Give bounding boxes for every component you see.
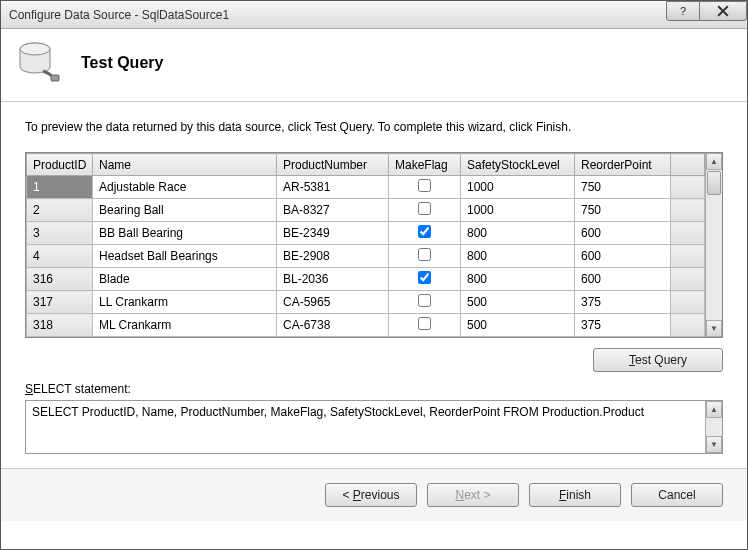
scroll-down-button[interactable]: ▼ xyxy=(706,320,722,337)
cell-reorderpoint[interactable]: 375 xyxy=(575,291,671,314)
makeflag-checkbox[interactable] xyxy=(418,271,431,284)
dialog-window: Configure Data Source - SqlDataSource1 ? xyxy=(0,0,748,550)
cell-filler xyxy=(671,199,705,222)
makeflag-checkbox[interactable] xyxy=(418,225,431,238)
scroll-up-button[interactable]: ▲ xyxy=(706,153,722,170)
cell-makeflag[interactable] xyxy=(389,222,461,245)
makeflag-checkbox[interactable] xyxy=(418,202,431,215)
table-row[interactable]: 316BladeBL-2036800600 xyxy=(27,268,705,291)
cell-name[interactable]: BB Ball Bearing xyxy=(93,222,277,245)
grid-vertical-scrollbar[interactable]: ▲ ▼ xyxy=(705,153,722,337)
cell-makeflag[interactable] xyxy=(389,268,461,291)
cell-safetystocklevel[interactable]: 800 xyxy=(461,222,575,245)
page-heading: Test Query xyxy=(81,54,163,72)
help-icon: ? xyxy=(680,5,686,17)
previous-button[interactable]: < Previous xyxy=(325,483,417,507)
table-row[interactable]: 1Adjustable RaceAR-53811000750 xyxy=(27,176,705,199)
table-row[interactable]: 2Bearing BallBA-83271000750 xyxy=(27,199,705,222)
cell-filler xyxy=(671,291,705,314)
cell-makeflag[interactable] xyxy=(389,176,461,199)
col-header-reorderpoint[interactable]: ReorderPoint xyxy=(575,154,671,176)
cancel-button[interactable]: Cancel xyxy=(631,483,723,507)
cell-productid[interactable]: 316 xyxy=(27,268,93,291)
cell-name[interactable]: Blade xyxy=(93,268,277,291)
select-statement-box: ▲ ▼ xyxy=(25,400,723,454)
cell-productid[interactable]: 2 xyxy=(27,199,93,222)
col-header-name[interactable]: Name xyxy=(93,154,277,176)
table-row[interactable]: 317LL CrankarmCA-5965500375 xyxy=(27,291,705,314)
cell-filler xyxy=(671,176,705,199)
makeflag-checkbox[interactable] xyxy=(418,317,431,330)
titlebar-controls: ? xyxy=(667,1,747,21)
makeflag-checkbox[interactable] xyxy=(418,179,431,192)
test-query-row: Test Query xyxy=(1,338,747,378)
cell-productid[interactable]: 3 xyxy=(27,222,93,245)
cell-safetystocklevel[interactable]: 1000 xyxy=(461,199,575,222)
cell-makeflag[interactable] xyxy=(389,314,461,337)
close-button[interactable] xyxy=(699,1,747,21)
cell-makeflag[interactable] xyxy=(389,245,461,268)
help-button[interactable]: ? xyxy=(666,1,700,21)
titlebar: Configure Data Source - SqlDataSource1 ? xyxy=(1,1,747,29)
close-icon xyxy=(717,5,729,17)
cell-name[interactable]: Headset Ball Bearings xyxy=(93,245,277,268)
cell-productid[interactable]: 318 xyxy=(27,314,93,337)
finish-button[interactable]: Finish xyxy=(529,483,621,507)
col-header-makeflag[interactable]: MakeFlag xyxy=(389,154,461,176)
statement-scrollbar[interactable]: ▲ ▼ xyxy=(705,401,722,453)
cell-filler xyxy=(671,268,705,291)
makeflag-checkbox[interactable] xyxy=(418,248,431,261)
select-statement-label: SELECT statement: xyxy=(1,378,747,398)
cell-productid[interactable]: 4 xyxy=(27,245,93,268)
cell-productnumber[interactable]: BA-8327 xyxy=(277,199,389,222)
test-query-button[interactable]: Test Query xyxy=(593,348,723,372)
cell-reorderpoint[interactable]: 600 xyxy=(575,245,671,268)
cell-productnumber[interactable]: CA-6738 xyxy=(277,314,389,337)
cell-safetystocklevel[interactable]: 800 xyxy=(461,268,575,291)
datasource-icon xyxy=(15,39,63,87)
grid-table: ProductID Name ProductNumber MakeFlag Sa… xyxy=(26,153,705,337)
stmt-scroll-up[interactable]: ▲ xyxy=(706,401,722,418)
svg-rect-2 xyxy=(51,75,59,81)
col-header-productnumber[interactable]: ProductNumber xyxy=(277,154,389,176)
content-area: Test Query To preview the data returned … xyxy=(1,29,747,549)
cell-name[interactable]: LL Crankarm xyxy=(93,291,277,314)
col-header-safetystocklevel[interactable]: SafetyStockLevel xyxy=(461,154,575,176)
cell-makeflag[interactable] xyxy=(389,291,461,314)
cell-reorderpoint[interactable]: 600 xyxy=(575,268,671,291)
results-grid[interactable]: ProductID Name ProductNumber MakeFlag Sa… xyxy=(25,152,723,338)
cell-makeflag[interactable] xyxy=(389,199,461,222)
cell-reorderpoint[interactable]: 375 xyxy=(575,314,671,337)
cell-productid[interactable]: 317 xyxy=(27,291,93,314)
header-area: Test Query xyxy=(1,29,747,102)
cell-name[interactable]: Bearing Ball xyxy=(93,199,277,222)
cell-filler xyxy=(671,245,705,268)
svg-point-1 xyxy=(20,43,50,55)
table-row[interactable]: 3BB Ball BearingBE-2349800600 xyxy=(27,222,705,245)
cell-productnumber[interactable]: BL-2036 xyxy=(277,268,389,291)
next-button: Next > xyxy=(427,483,519,507)
col-header-productid[interactable]: ProductID xyxy=(27,154,93,176)
cell-productnumber[interactable]: CA-5965 xyxy=(277,291,389,314)
select-statement-text[interactable] xyxy=(26,401,705,453)
cell-productnumber[interactable]: AR-5381 xyxy=(277,176,389,199)
cell-name[interactable]: ML Crankarm xyxy=(93,314,277,337)
makeflag-checkbox[interactable] xyxy=(418,294,431,307)
table-row[interactable]: 4Headset Ball BearingsBE-2908800600 xyxy=(27,245,705,268)
stmt-scroll-down[interactable]: ▼ xyxy=(706,436,722,453)
cell-safetystocklevel[interactable]: 1000 xyxy=(461,176,575,199)
cell-name[interactable]: Adjustable Race xyxy=(93,176,277,199)
table-row[interactable]: 318ML CrankarmCA-6738500375 xyxy=(27,314,705,337)
cell-safetystocklevel[interactable]: 500 xyxy=(461,291,575,314)
cell-reorderpoint[interactable]: 750 xyxy=(575,199,671,222)
cell-productnumber[interactable]: BE-2349 xyxy=(277,222,389,245)
cell-reorderpoint[interactable]: 750 xyxy=(575,176,671,199)
cell-safetystocklevel[interactable]: 800 xyxy=(461,245,575,268)
footer-buttons: < Previous Next > Finish Cancel xyxy=(1,469,747,521)
cell-productid[interactable]: 1 xyxy=(27,176,93,199)
cell-safetystocklevel[interactable]: 500 xyxy=(461,314,575,337)
cell-reorderpoint[interactable]: 600 xyxy=(575,222,671,245)
cell-productnumber[interactable]: BE-2908 xyxy=(277,245,389,268)
cell-filler xyxy=(671,314,705,337)
scroll-thumb[interactable] xyxy=(707,171,721,195)
